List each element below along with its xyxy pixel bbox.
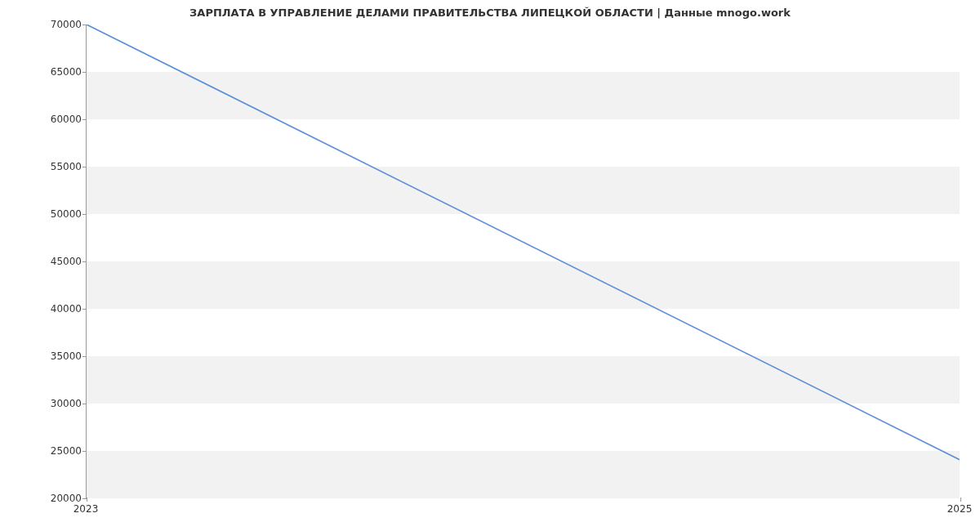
grid-band bbox=[87, 451, 960, 498]
chart-container: ЗАРПЛАТА В УПРАВЛЕНИЕ ДЕЛАМИ ПРАВИТЕЛЬСТ… bbox=[0, 0, 980, 531]
y-tick-mark bbox=[82, 261, 87, 262]
y-tick-mark bbox=[82, 404, 87, 404]
y-tick-mark bbox=[82, 451, 87, 452]
y-tick-label: 65000 bbox=[41, 66, 82, 78]
y-tick-label: 40000 bbox=[41, 303, 82, 315]
plot-area bbox=[86, 25, 960, 498]
y-tick-label: 45000 bbox=[41, 256, 82, 267]
x-tick-label: 2023 bbox=[74, 503, 99, 515]
y-tick-mark bbox=[82, 214, 87, 215]
x-tick-mark bbox=[960, 498, 961, 502]
y-tick-label: 70000 bbox=[41, 19, 82, 30]
grid-band bbox=[87, 72, 960, 119]
y-tick-mark bbox=[82, 309, 87, 310]
y-tick-label: 35000 bbox=[41, 350, 82, 362]
chart-title: ЗАРПЛАТА В УПРАВЛЕНИЕ ДЕЛАМИ ПРАВИТЕЛЬСТ… bbox=[0, 7, 980, 19]
y-tick-label: 20000 bbox=[41, 493, 82, 504]
y-tick-label: 60000 bbox=[41, 114, 82, 125]
y-tick-label: 30000 bbox=[41, 398, 82, 409]
grid-band bbox=[87, 261, 960, 309]
x-tick-mark bbox=[87, 498, 87, 502]
y-tick-mark bbox=[82, 119, 87, 120]
x-tick-label: 2025 bbox=[947, 503, 973, 515]
y-tick-mark bbox=[82, 356, 87, 357]
grid-band bbox=[87, 356, 960, 404]
y-tick-mark bbox=[82, 25, 87, 25]
y-tick-label: 55000 bbox=[41, 161, 82, 172]
y-tick-label: 25000 bbox=[41, 445, 82, 457]
y-tick-mark bbox=[82, 167, 87, 167]
y-tick-label: 50000 bbox=[41, 208, 82, 220]
y-tick-mark bbox=[82, 72, 87, 73]
grid-band bbox=[87, 167, 960, 214]
